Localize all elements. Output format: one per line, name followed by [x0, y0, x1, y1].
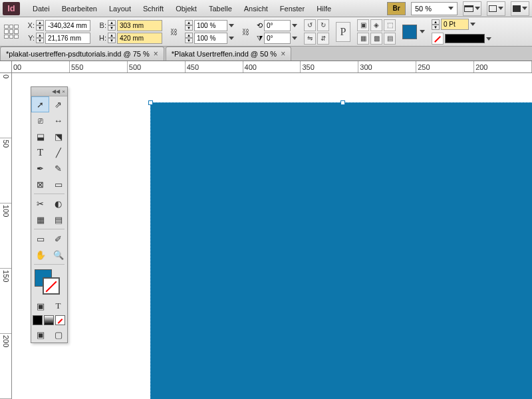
- menu-file[interactable]: Datei: [27, 5, 56, 13]
- stroke-style-dropdown[interactable]: [445, 34, 485, 43]
- menu-window[interactable]: Fenster: [274, 5, 311, 13]
- hand-tool[interactable]: ✋: [31, 247, 49, 263]
- flip-v-icon[interactable]: ⇵: [317, 33, 329, 45]
- flip-h-icon[interactable]: ⇋: [304, 33, 316, 45]
- menu-help[interactable]: Hilfe: [311, 5, 337, 13]
- dropdown-icon[interactable]: [470, 23, 475, 26]
- zoom-level-dropdown[interactable]: 50 %: [411, 2, 458, 15]
- formatting-text-icon[interactable]: T: [49, 298, 67, 314]
- horizontal-ruler[interactable]: 00550500450400350300250200: [12, 61, 532, 73]
- apply-gradient[interactable]: [44, 315, 54, 325]
- stroke-none-swatch[interactable]: [432, 33, 444, 45]
- constrain-proportions-icon[interactable]: ⛓: [169, 22, 178, 42]
- document-tab[interactable]: *Plakat Usertreffen.indd @ 50 % ×: [166, 47, 291, 61]
- w-spinner[interactable]: ▲▼: [108, 20, 116, 31]
- scale-y-input[interactable]: [194, 33, 227, 44]
- screen-mode-button[interactable]: [463, 1, 481, 16]
- apply-none[interactable]: [55, 315, 65, 325]
- rotate-ccw-icon[interactable]: ↺: [304, 19, 316, 31]
- selected-rectangle[interactable]: [150, 102, 532, 399]
- document-tab-bar: *plakat-usertreffen-psdtutorials.indd @ …: [0, 47, 532, 61]
- rotation-input[interactable]: [264, 20, 291, 31]
- formatting-container-icon[interactable]: ▣: [31, 298, 49, 314]
- menu-type[interactable]: Schrift: [137, 5, 170, 13]
- menu-view[interactable]: Ansicht: [238, 5, 274, 13]
- scale-link-icon[interactable]: ⛓: [241, 22, 250, 42]
- stroke-weight-input[interactable]: 0 Pt: [441, 19, 469, 30]
- reference-point-grid[interactable]: [4, 25, 19, 39]
- select-content-icon[interactable]: ◈: [370, 19, 382, 31]
- dropdown-icon[interactable]: [486, 37, 491, 41]
- free-transform-tool[interactable]: ◐: [49, 196, 67, 211]
- resize-handle-n[interactable]: [340, 100, 345, 105]
- pen-tool[interactable]: ✒: [31, 160, 49, 176]
- dropdown-icon[interactable]: [229, 37, 234, 40]
- document-tab[interactable]: *plakat-usertreffen-psdtutorials.indd @ …: [0, 47, 164, 61]
- close-icon[interactable]: ×: [281, 49, 285, 59]
- zoom-value: 50 %: [415, 5, 432, 13]
- fit-frame-icon[interactable]: ▩: [370, 33, 382, 45]
- h-spinner[interactable]: ▲▼: [108, 33, 116, 43]
- close-icon[interactable]: ×: [62, 88, 65, 94]
- height-input[interactable]: [117, 33, 162, 44]
- menu-layout[interactable]: Layout: [103, 5, 137, 13]
- x-position-input[interactable]: [45, 20, 90, 31]
- eyedropper-tool[interactable]: ✐: [49, 231, 67, 247]
- canvas[interactable]: ✋ ◀◀× ➚ ⇗ ⎚ ↔ ⬓ ⬔ T ╱ ✒ ✎ ⊠ ▭: [12, 73, 532, 399]
- tools-panel[interactable]: ◀◀× ➚ ⇗ ⎚ ↔ ⬓ ⬔ T ╱ ✒ ✎ ⊠ ▭ ✂ ◐: [31, 86, 68, 343]
- menu-edit[interactable]: Bearbeiten: [56, 5, 103, 13]
- menu-table[interactable]: Tabelle: [203, 5, 238, 13]
- dropdown-icon[interactable]: [292, 24, 297, 27]
- rotate-cw-icon[interactable]: ↻: [317, 19, 329, 31]
- page-tool[interactable]: ⎚: [31, 112, 49, 128]
- line-tool[interactable]: ╱: [49, 144, 67, 160]
- dropdown-icon[interactable]: [229, 24, 234, 27]
- y-spinner[interactable]: ▲▼: [36, 33, 44, 43]
- zoom-tool[interactable]: 🔍: [49, 247, 67, 263]
- gradient-feather-tool[interactable]: ▤: [49, 211, 67, 227]
- collapse-icon[interactable]: ◀◀: [52, 88, 60, 94]
- selection-tool[interactable]: ➚: [31, 96, 49, 112]
- preview-mode[interactable]: ▢: [49, 327, 67, 342]
- shear-input[interactable]: [264, 33, 291, 44]
- x-spinner[interactable]: ▲▼: [36, 20, 44, 31]
- fit-content-icon[interactable]: ▦: [357, 33, 369, 45]
- stroke-swatch[interactable]: [43, 277, 60, 295]
- panel-header[interactable]: ◀◀×: [31, 87, 67, 96]
- menu-object[interactable]: Objekt: [170, 5, 203, 13]
- width-input[interactable]: [117, 20, 162, 31]
- vertical-ruler[interactable]: 050100150200: [0, 73, 12, 399]
- rectangle-tool[interactable]: ▭: [49, 176, 67, 192]
- scale-x-input[interactable]: [194, 20, 227, 31]
- dropdown-icon[interactable]: [292, 37, 297, 40]
- close-icon[interactable]: ×: [154, 49, 158, 59]
- select-prev-icon[interactable]: ⬚: [384, 19, 396, 31]
- pencil-tool[interactable]: ✎: [49, 160, 67, 176]
- fill-color-swatch[interactable]: [402, 25, 417, 39]
- gap-tool[interactable]: ↔: [49, 112, 67, 128]
- workspace-button[interactable]: [511, 1, 529, 16]
- resize-handle-nw[interactable]: [148, 100, 153, 105]
- arrange-docs-button[interactable]: [487, 1, 505, 16]
- y-position-input[interactable]: [45, 33, 90, 44]
- ruler-origin[interactable]: [0, 61, 12, 73]
- type-tool[interactable]: T: [31, 144, 49, 160]
- stroke-spinner[interactable]: ▲▼: [432, 19, 440, 30]
- direct-selection-tool[interactable]: ⇗: [49, 96, 67, 112]
- center-content-icon[interactable]: ▤: [384, 33, 396, 45]
- scissors-tool[interactable]: ✂: [31, 196, 49, 211]
- content-collector-tool[interactable]: ⬓: [31, 128, 49, 144]
- sx-spinner[interactable]: ▲▼: [185, 20, 193, 31]
- apply-color-black[interactable]: [33, 315, 43, 325]
- rectangle-frame-tool[interactable]: ⊠: [31, 176, 49, 192]
- note-tool[interactable]: ▭: [31, 231, 49, 247]
- content-placer-tool[interactable]: ⬔: [49, 128, 67, 144]
- fill-dropdown-icon[interactable]: [420, 30, 425, 33]
- bridge-button[interactable]: Br: [387, 2, 406, 15]
- sy-spinner[interactable]: ▲▼: [185, 33, 193, 43]
- character-panel-icon[interactable]: P: [336, 22, 350, 42]
- select-container-icon[interactable]: ▣: [357, 19, 369, 31]
- gradient-swatch-tool[interactable]: ▦: [31, 211, 49, 227]
- fill-stroke-swatches[interactable]: [33, 268, 65, 296]
- normal-view-mode[interactable]: ▣: [31, 327, 49, 342]
